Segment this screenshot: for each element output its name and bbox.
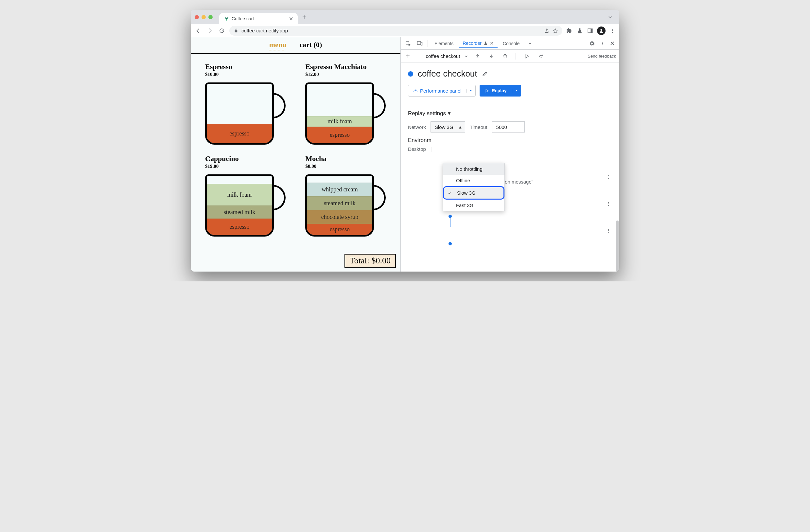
- close-devtools-icon[interactable]: ✕: [608, 38, 617, 48]
- dd-option-no-throttling[interactable]: No throttling: [443, 163, 504, 175]
- svg-rect-7: [417, 42, 421, 45]
- mug-layer: espresso: [207, 219, 272, 235]
- browser-window: Coffee cart ✕ + coffee-cart.netlify.app: [191, 10, 619, 272]
- tab-close-icon[interactable]: ✕: [289, 16, 293, 22]
- mug-layer: steamed milk: [207, 206, 272, 219]
- flask-icon: [484, 41, 488, 46]
- devtools-scrollbar[interactable]: [616, 221, 619, 272]
- app-nav: menu cart (0): [191, 37, 401, 54]
- step-timeline: [450, 215, 451, 227]
- svg-point-9: [602, 42, 603, 42]
- new-tab-button[interactable]: +: [300, 13, 308, 21]
- reload-button[interactable]: [217, 27, 226, 35]
- window-controls: [195, 15, 213, 19]
- product-card[interactable]: Mocha$8.00whipped creamsteamed milkchoco…: [305, 155, 393, 237]
- recorder-toolbar: + coffee checkout Send feedback: [401, 50, 619, 63]
- svg-rect-1: [591, 29, 593, 33]
- dd-option-fast-3g[interactable]: Fast 3G: [443, 199, 504, 211]
- product-name: Espresso Macchiato: [305, 63, 393, 71]
- svg-point-2: [600, 29, 602, 30]
- product-card[interactable]: Cappucino$19.00milk foamsteamed milkespr…: [205, 155, 293, 237]
- fullscreen-window-button[interactable]: [208, 15, 213, 19]
- close-tab-icon[interactable]: ✕: [490, 41, 493, 46]
- add-recording-icon[interactable]: +: [404, 51, 412, 61]
- mug-layer: milk foam: [207, 184, 272, 206]
- mug-graphic: milk foamsteamed milkespresso: [205, 171, 287, 237]
- browser-tab[interactable]: Coffee cart ✕: [219, 13, 298, 24]
- close-window-button[interactable]: [195, 15, 199, 19]
- step-over-icon[interactable]: [536, 52, 546, 60]
- product-card[interactable]: Espresso Macchiato$12.00milk foamespress…: [305, 63, 393, 145]
- side-panel-icon[interactable]: [586, 27, 594, 34]
- mug-layer: whipped cream: [307, 182, 372, 196]
- share-icon[interactable]: [544, 28, 549, 33]
- svg-point-13: [541, 57, 542, 58]
- tab-console[interactable]: Console: [499, 39, 523, 48]
- network-select[interactable]: Slow 3G: [431, 122, 465, 132]
- forward-button[interactable]: [206, 27, 214, 35]
- tab-elements[interactable]: Elements: [431, 39, 457, 48]
- step-menu-icon[interactable]: ⋮: [606, 174, 612, 180]
- replay-dropdown[interactable]: [512, 88, 521, 93]
- export-icon[interactable]: [473, 52, 482, 60]
- tab-list-chevron-icon[interactable]: [605, 14, 615, 20]
- svg-rect-8: [421, 42, 422, 45]
- bookmark-star-icon[interactable]: [553, 28, 558, 33]
- browser-menu-icon[interactable]: [609, 27, 616, 34]
- product-name: Cappucino: [205, 155, 293, 163]
- recorder-body: coffee checkout Performance panel: [401, 63, 619, 233]
- chevron-down-icon[interactable]: [464, 54, 468, 59]
- replay-button[interactable]: Replay: [480, 85, 521, 97]
- replay-settings-header[interactable]: Replay settings ▾: [408, 110, 612, 117]
- recording-selector[interactable]: coffee checkout: [424, 52, 462, 60]
- device-toolbar-icon[interactable]: [415, 39, 425, 48]
- omnibox[interactable]: coffee-cart.netlify.app: [229, 26, 562, 36]
- svg-rect-12: [525, 54, 525, 58]
- nav-cart-tab[interactable]: cart (0): [299, 41, 322, 50]
- performance-panel-button[interactable]: Performance panel: [408, 85, 476, 97]
- performance-panel-dropdown[interactable]: [466, 88, 475, 93]
- mug-layer: chocolate syrup: [307, 210, 372, 224]
- step-menu-icon[interactable]: ⋮: [606, 201, 612, 207]
- mug-layer: milk foam: [307, 116, 372, 127]
- tab-title: Coffee cart: [232, 16, 254, 21]
- mug-layer: espresso: [307, 224, 372, 235]
- back-button[interactable]: [194, 27, 202, 35]
- devtools-menu-icon[interactable]: [598, 39, 606, 47]
- product-price: $12.00: [305, 72, 393, 77]
- product-card[interactable]: Espresso$10.00espresso: [205, 63, 293, 145]
- devtools-panel: Elements Recorder ✕ Console ✕ + coffee c…: [401, 37, 619, 272]
- profile-avatar-icon[interactable]: [597, 27, 605, 35]
- more-tabs-icon[interactable]: [525, 40, 535, 47]
- labs-flask-icon[interactable]: [576, 27, 583, 34]
- tab-recorder[interactable]: Recorder ✕: [459, 38, 498, 48]
- product-name: Mocha: [305, 155, 393, 163]
- delete-icon[interactable]: [501, 52, 510, 60]
- timeout-label: Timeout: [470, 124, 487, 130]
- browser-toolbar: coffee-cart.netlify.app: [191, 24, 619, 37]
- minimize-window-button[interactable]: [201, 15, 206, 19]
- mug-handle: [373, 93, 386, 118]
- nav-menu-tab[interactable]: menu: [269, 41, 287, 50]
- dd-option-slow-3g[interactable]: Slow 3G: [443, 186, 504, 199]
- step-menu-icon[interactable]: ⋮: [606, 228, 612, 233]
- svg-point-4: [612, 30, 613, 31]
- inspect-element-icon[interactable]: [403, 39, 413, 48]
- app-viewport: menu cart (0) Espresso$10.00espressoEspr…: [191, 37, 401, 272]
- total-box[interactable]: Total: $0.00: [344, 254, 396, 268]
- mug-graphic: espresso: [205, 79, 287, 145]
- mug-graphic: whipped creamsteamed milkchocolate syrup…: [305, 171, 387, 237]
- settings-gear-icon[interactable]: [587, 39, 597, 48]
- import-icon[interactable]: [487, 52, 496, 60]
- extensions-icon[interactable]: [566, 27, 573, 34]
- gauge-icon: [413, 88, 418, 93]
- timeout-input[interactable]: 5000: [492, 122, 525, 132]
- dd-option-offline[interactable]: Offline: [443, 175, 504, 186]
- send-feedback-link[interactable]: Send feedback: [587, 54, 616, 59]
- edit-title-icon[interactable]: [482, 71, 488, 77]
- mug-layer: steamed milk: [307, 196, 372, 210]
- product-price: $8.00: [305, 164, 393, 169]
- step-play-icon[interactable]: [522, 52, 532, 60]
- mug-layer: espresso: [307, 127, 372, 143]
- mug-handle: [273, 185, 286, 210]
